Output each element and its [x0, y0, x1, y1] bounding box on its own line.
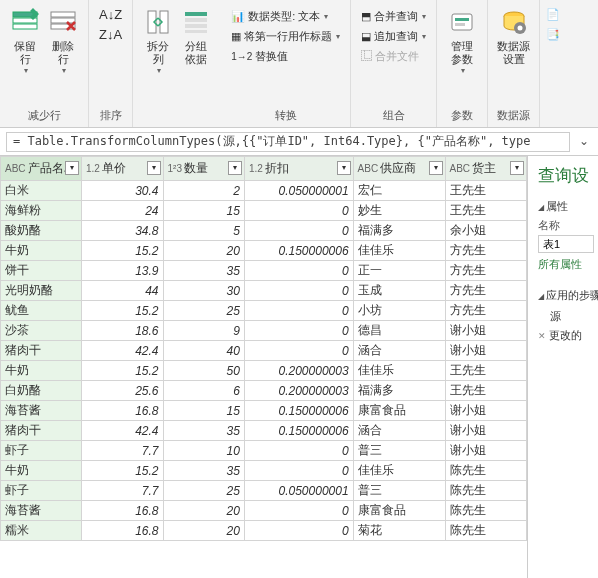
formula-expand-button[interactable]: ⌄	[576, 134, 592, 150]
cell-qty[interactable]: 35	[163, 421, 244, 441]
cell-discount[interactable]: 0	[244, 441, 353, 461]
properties-section-head[interactable]: 属性	[538, 199, 594, 214]
cell-qty[interactable]: 25	[163, 481, 244, 501]
cell-qty[interactable]: 20	[163, 501, 244, 521]
cell-qty[interactable]: 20	[163, 241, 244, 261]
cell-supplier[interactable]: 宏仁	[353, 181, 445, 201]
combine-files-button[interactable]: ⿺ 合并文件	[357, 46, 430, 66]
overflow-button-2[interactable]: 📑	[542, 24, 564, 44]
cell-qty[interactable]: 15	[163, 401, 244, 421]
cell-owner[interactable]: 陈先生	[445, 461, 527, 481]
table-row[interactable]: 酸奶酪34.850福满多余小姐	[1, 221, 527, 241]
cell-discount[interactable]: 0	[244, 201, 353, 221]
table-row[interactable]: 光明奶酪44300玉成方先生	[1, 281, 527, 301]
cell-product[interactable]: 海苔酱	[1, 501, 82, 521]
cell-discount[interactable]: 0	[244, 281, 353, 301]
cell-owner[interactable]: 余小姐	[445, 221, 527, 241]
filter-button[interactable]: ▾	[228, 161, 242, 175]
cell-qty[interactable]: 15	[163, 201, 244, 221]
cell-product[interactable]: 猪肉干	[1, 421, 82, 441]
cell-supplier[interactable]: 佳佳乐	[353, 241, 445, 261]
table-row[interactable]: 牛奶15.2200.150000006佳佳乐方先生	[1, 241, 527, 261]
cell-owner[interactable]: 陈先生	[445, 481, 527, 501]
cell-owner[interactable]: 王先生	[445, 381, 527, 401]
cell-qty[interactable]: 2	[163, 181, 244, 201]
data-grid[interactable]: ABC产品名... ▾ 1.2单价 ▾ 1²3数量 ▾ 1.2折扣 ▾	[0, 156, 527, 541]
cell-discount[interactable]: 0	[244, 221, 353, 241]
cell-owner[interactable]: 方先生	[445, 241, 527, 261]
col-header-price[interactable]: 1.2单价 ▾	[82, 157, 163, 181]
cell-product[interactable]: 虾子	[1, 481, 82, 501]
cell-discount[interactable]: 0.150000006	[244, 241, 353, 261]
table-row[interactable]: 猪肉干42.4350.150000006涵合谢小姐	[1, 421, 527, 441]
cell-supplier[interactable]: 玉成	[353, 281, 445, 301]
cell-discount[interactable]: 0	[244, 501, 353, 521]
cell-price[interactable]: 7.7	[82, 441, 163, 461]
cell-product[interactable]: 饼干	[1, 261, 82, 281]
cell-price[interactable]: 16.8	[82, 401, 163, 421]
table-row[interactable]: 海鲜粉24150妙生王先生	[1, 201, 527, 221]
cell-product[interactable]: 牛奶	[1, 241, 82, 261]
cell-discount[interactable]: 0.050000001	[244, 481, 353, 501]
overflow-button-1[interactable]: 📄	[542, 4, 564, 24]
cell-price[interactable]: 16.8	[82, 501, 163, 521]
cell-owner[interactable]: 谢小姐	[445, 421, 527, 441]
cell-discount[interactable]: 0	[244, 321, 353, 341]
cell-discount[interactable]: 0.050000001	[244, 181, 353, 201]
groupby-button[interactable]: 分组 依据	[177, 4, 215, 68]
cell-product[interactable]: 酸奶酪	[1, 221, 82, 241]
cell-supplier[interactable]: 正一	[353, 261, 445, 281]
split-column-button[interactable]: 拆分 列 ▾	[139, 4, 177, 77]
remove-rows-button[interactable]: 删除 行 ▾	[44, 4, 82, 77]
cell-owner[interactable]: 谢小姐	[445, 341, 527, 361]
cell-discount[interactable]: 0	[244, 341, 353, 361]
cell-owner[interactable]: 谢小姐	[445, 441, 527, 461]
cell-supplier[interactable]: 福满多	[353, 221, 445, 241]
cell-price[interactable]: 18.6	[82, 321, 163, 341]
cell-product[interactable]: 虾子	[1, 441, 82, 461]
cell-price[interactable]: 24	[82, 201, 163, 221]
cell-discount[interactable]: 0	[244, 301, 353, 321]
cell-qty[interactable]: 6	[163, 381, 244, 401]
table-row[interactable]: 白米30.420.050000001宏仁王先生	[1, 181, 527, 201]
cell-owner[interactable]: 王先生	[445, 201, 527, 221]
cell-qty[interactable]: 35	[163, 261, 244, 281]
cell-supplier[interactable]: 佳佳乐	[353, 461, 445, 481]
table-row[interactable]: 鱿鱼15.2250小坊方先生	[1, 301, 527, 321]
cell-supplier[interactable]: 涵合	[353, 421, 445, 441]
cell-qty[interactable]: 25	[163, 301, 244, 321]
cell-owner[interactable]: 王先生	[445, 181, 527, 201]
cell-supplier[interactable]: 福满多	[353, 381, 445, 401]
datatype-button[interactable]: 📊 数据类型: 文本 ▾	[227, 6, 344, 26]
cell-price[interactable]: 44	[82, 281, 163, 301]
cell-supplier[interactable]: 德昌	[353, 321, 445, 341]
cell-qty[interactable]: 40	[163, 341, 244, 361]
cell-price[interactable]: 13.9	[82, 261, 163, 281]
table-row[interactable]: 糯米16.8200菊花陈先生	[1, 521, 527, 541]
table-row[interactable]: 沙茶18.690德昌谢小姐	[1, 321, 527, 341]
cell-discount[interactable]: 0.200000003	[244, 381, 353, 401]
cell-qty[interactable]: 50	[163, 361, 244, 381]
query-name-input[interactable]	[538, 235, 594, 253]
filter-button[interactable]: ▾	[510, 161, 524, 175]
table-row[interactable]: 海苔酱16.8200康富食品陈先生	[1, 501, 527, 521]
cell-qty[interactable]: 9	[163, 321, 244, 341]
datasource-settings-button[interactable]: 数据源 设置	[494, 4, 533, 68]
cell-price[interactable]: 15.2	[82, 461, 163, 481]
cell-product[interactable]: 牛奶	[1, 461, 82, 481]
append-queries-button[interactable]: ⬓ 追加查询 ▾	[357, 26, 430, 46]
cell-supplier[interactable]: 涵合	[353, 341, 445, 361]
applied-steps-section-head[interactable]: 应用的步骤	[538, 288, 594, 303]
col-header-qty[interactable]: 1²3数量 ▾	[163, 157, 244, 181]
table-row[interactable]: 牛奶15.2500.200000003佳佳乐王先生	[1, 361, 527, 381]
sort-asc-button[interactable]: A↓Z	[95, 4, 126, 24]
merge-queries-button[interactable]: ⬒ 合并查询 ▾	[357, 6, 430, 26]
cell-product[interactable]: 牛奶	[1, 361, 82, 381]
replace-values-button[interactable]: 1→2 替换值	[227, 46, 344, 66]
cell-owner[interactable]: 方先生	[445, 301, 527, 321]
cell-supplier[interactable]: 康富食品	[353, 501, 445, 521]
cell-qty[interactable]: 5	[163, 221, 244, 241]
cell-owner[interactable]: 方先生	[445, 281, 527, 301]
cell-supplier[interactable]: 佳佳乐	[353, 361, 445, 381]
table-row[interactable]: 饼干13.9350正一方先生	[1, 261, 527, 281]
